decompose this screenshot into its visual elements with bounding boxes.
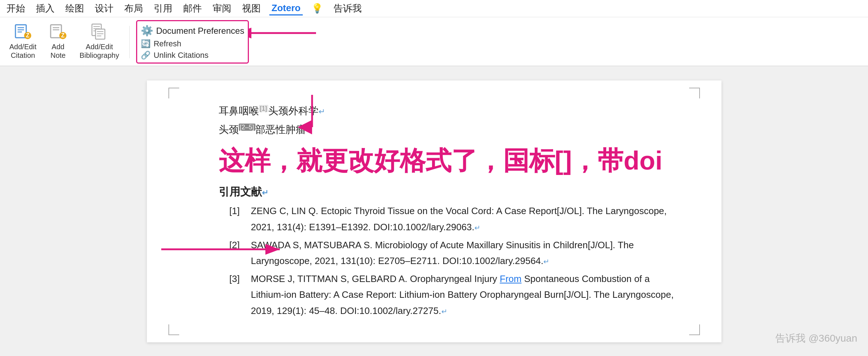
add-note-label: AddNote [50, 42, 65, 60]
watermark: 告诉我 @360yuan [775, 332, 857, 345]
menu-bar: 开始 插入 绘图 设计 布局 引用 邮件 审阅 视图 Zotero 💡 告诉我 [0, 0, 868, 17]
doc-line-2: 头颈[2–5]部恶性肿瘤↵ [219, 121, 678, 139]
doc-pref-group: ⚙️ Document Preferences 🔄 Refresh 🔗 Unli… [136, 20, 249, 64]
menu-design[interactable]: 设计 [93, 1, 116, 15]
reference-item-2: [2] SAWADA S, MATSUBARA S. Microbiology … [229, 237, 678, 269]
section-para-mark: ↵ [262, 188, 268, 197]
document-area: 耳鼻咽喉[1]头颈外科学↵ 头颈[2–5]部恶性肿瘤↵ 这样，就更改好格式了，国… [0, 66, 868, 356]
svg-text:Z: Z [26, 32, 29, 38]
doc-text-neck: 头颈 [219, 124, 239, 135]
arrow-down-annotation [298, 91, 326, 134]
menu-ref[interactable]: 引用 [152, 1, 175, 15]
corner-bottom-right [689, 324, 700, 335]
ribbon-toolbar: Z Add/EditCitation Z AddNote [0, 17, 868, 66]
ref-num-1: [1] [229, 203, 247, 235]
ref-num-3: [3] [229, 271, 247, 319]
menu-draw[interactable]: 绘图 [63, 1, 86, 15]
add-edit-citation-label: Add/EditCitation [9, 42, 37, 60]
return-mark-1: ↵ [474, 224, 481, 232]
return-mark-2: ↵ [543, 258, 549, 265]
big-heading: 这样，就更改好格式了，国标[]，带doi [219, 144, 678, 178]
menu-view[interactable]: 视图 [240, 1, 263, 15]
big-heading-text: 这样，就更改好格式了，国标[]，带doi [219, 146, 663, 175]
refresh-button[interactable]: 🔄 Refresh [141, 38, 244, 50]
reference-item-3: [3] MORSE J, TITTMAN S, GELBARD A. Oroph… [229, 271, 678, 319]
ribbon-divider-1 [129, 26, 130, 58]
corner-top-right [689, 88, 700, 98]
reference-item-1: [1] ZENG C, LIN Q. Ectopic Thyroid Tissu… [229, 203, 678, 235]
add-edit-bibliography-label: Add/EditBibliography [80, 42, 119, 60]
ref-text-2: SAWADA S, MATSUBARA S. Microbiology of A… [251, 237, 678, 269]
refresh-label: Refresh [154, 39, 181, 48]
reference-list: [1] ZENG C, LIN Q. Ectopic Thyroid Tissu… [229, 203, 678, 318]
return-mark-3: ↵ [441, 308, 447, 315]
citation-mark-1: [1] [259, 105, 268, 112]
menu-review[interactable]: 审阅 [210, 1, 233, 15]
menu-start[interactable]: 开始 [4, 1, 27, 15]
add-edit-citation-button[interactable]: Z Add/EditCitation [6, 20, 40, 61]
arrow-right-annotation [158, 239, 287, 260]
add-note-button[interactable]: Z AddNote [44, 20, 73, 61]
document-preferences-label: Document Preferences [156, 26, 244, 36]
menu-idea-icon: 💡 [309, 2, 325, 15]
menu-tell-me[interactable]: 告诉我 [331, 1, 364, 15]
from-link: From [500, 273, 522, 284]
gear-icon: ⚙️ [141, 25, 153, 37]
menu-insert[interactable]: 插入 [34, 1, 57, 15]
doc-text-ent: 耳鼻咽喉 [219, 105, 259, 116]
menu-zotero[interactable]: Zotero [269, 2, 303, 15]
add-edit-bibliography-icon [89, 22, 110, 42]
section-title: 引用文献↵ [219, 185, 678, 199]
document-page: 耳鼻咽喉[1]头颈外科学↵ 头颈[2–5]部恶性肿瘤↵ 这样，就更改好格式了，国… [147, 80, 721, 342]
corner-bottom-left [168, 324, 179, 335]
ref-text-1: ZENG C, LIN Q. Ectopic Thyroid Tissue on… [251, 203, 678, 235]
corner-top-left [168, 88, 179, 98]
unlink-icon: 🔗 [141, 51, 151, 60]
refresh-icon: 🔄 [141, 39, 151, 48]
citation-mark-2: [2–5] [239, 124, 255, 131]
add-edit-bibliography-button[interactable]: Add/EditBibliography [76, 20, 123, 61]
ref-text-3: MORSE J, TITTMAN S, GELBARD A. Oropharyn… [251, 271, 678, 319]
unlink-citations-button[interactable]: 🔗 Unlink Citations [141, 50, 244, 61]
arrow-to-docpref [248, 24, 320, 42]
add-note-icon: Z [48, 22, 68, 42]
document-preferences-button[interactable]: ⚙️ Document Preferences [141, 23, 244, 38]
menu-layout[interactable]: 布局 [122, 1, 145, 15]
menu-mail[interactable]: 邮件 [181, 1, 204, 15]
add-edit-citation-icon: Z [13, 22, 33, 42]
svg-text:Z: Z [61, 32, 65, 38]
doc-line-1: 耳鼻咽喉[1]头颈外科学↵ [219, 102, 678, 120]
ribbon: 开始 插入 绘图 设计 布局 引用 邮件 审阅 视图 Zotero 💡 告诉我 … [0, 0, 868, 66]
unlink-citations-label: Unlink Citations [154, 51, 209, 60]
